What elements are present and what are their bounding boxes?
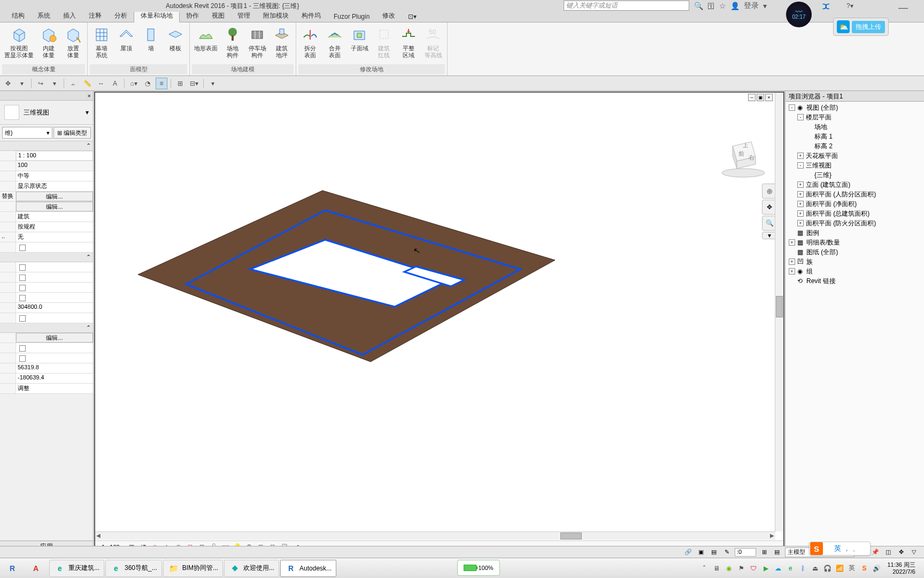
ribbon-button[interactable]: 合并 表面 xyxy=(323,24,346,64)
property-value[interactable]: 编辑... xyxy=(16,192,93,201)
tree-item[interactable]: +天花板平面 xyxy=(787,151,923,161)
property-value[interactable] xyxy=(16,353,93,363)
property-value[interactable]: 1 : 100 xyxy=(16,151,93,161)
chevron-down-icon[interactable]: ▾ xyxy=(86,109,89,116)
clock[interactable]: 11:36 周三 2022/7/6 xyxy=(884,561,919,575)
tree-toggle-icon[interactable]: + xyxy=(789,258,795,265)
tree-item[interactable]: {三维} xyxy=(787,170,923,180)
property-value[interactable]: 无 xyxy=(16,232,93,242)
tree-toggle-icon[interactable]: + xyxy=(797,210,804,217)
checkbox[interactable] xyxy=(19,295,26,301)
tree-item[interactable]: +面积平面 (总建筑面积) xyxy=(787,209,923,218)
property-value[interactable]: 建筑 xyxy=(16,212,93,222)
monitor-icon[interactable]: 🖥 xyxy=(712,564,721,573)
horizontal-scrollbar[interactable]: ◀ ▶ xyxy=(95,531,775,540)
tree-item[interactable]: +凹族 xyxy=(787,257,923,267)
up-icon[interactable]: ˄ xyxy=(699,564,709,573)
text-icon[interactable]: A xyxy=(109,78,121,89)
editable-icon[interactable]: ✎ xyxy=(722,547,732,557)
user-icon[interactable]: 👤 xyxy=(730,2,740,10)
taskbar-app[interactable]: 📁BIM协同管... xyxy=(163,560,223,577)
modify-icon[interactable]: ✥ xyxy=(2,78,14,89)
properties-close-button[interactable]: × xyxy=(0,91,93,101)
drag-icon[interactable]: ✥ xyxy=(896,547,906,557)
flag-icon[interactable]: ⚑ xyxy=(736,564,746,573)
select-icon[interactable]: ▣ xyxy=(696,547,706,557)
selection-count[interactable]: :0 xyxy=(735,548,756,557)
property-value[interactable]: 中等 xyxy=(16,171,93,181)
timer-badge[interactable]: 〰 02:17 xyxy=(786,2,812,27)
tree-item[interactable]: ⟲Revit 链接 xyxy=(787,276,923,286)
tree-item[interactable]: +面积平面 (人防分区面积) xyxy=(787,189,923,199)
usb-icon[interactable]: ⏏ xyxy=(810,564,820,573)
tree-item[interactable]: +面积平面 (防火分区面积) xyxy=(787,218,923,228)
checkbox[interactable] xyxy=(19,275,26,281)
checkbox[interactable] xyxy=(19,345,26,352)
login-button[interactable]: 登录 xyxy=(744,1,759,11)
dropdown-icon[interactable]: ▾ xyxy=(16,78,28,89)
dropdown-icon[interactable]: ▾ xyxy=(49,78,60,89)
tree-item[interactable]: -三维视图 xyxy=(787,161,923,170)
family-dropdown[interactable]: 维}▾ xyxy=(2,127,52,139)
tree-toggle-icon[interactable]: - xyxy=(797,114,804,120)
help-icon[interactable]: ?▾ xyxy=(846,2,853,10)
tree-item[interactable]: +立面 (建筑立面) xyxy=(787,180,923,189)
checkbox[interactable] xyxy=(19,264,26,271)
tree-toggle-icon[interactable]: + xyxy=(789,239,795,246)
play-icon[interactable]: ▶ xyxy=(761,564,771,573)
tree-toggle-icon[interactable]: - xyxy=(797,162,804,169)
taskbar-app[interactable]: e重庆建筑... xyxy=(49,560,104,577)
minimize-button[interactable]: — xyxy=(898,2,908,13)
property-value[interactable] xyxy=(16,242,93,252)
section-toggle[interactable]: ⌃ xyxy=(0,141,93,151)
sogou-s-icon[interactable]: S xyxy=(859,564,869,573)
tree-toggle-icon[interactable]: + xyxy=(797,201,804,207)
tree-toggle-icon[interactable]: + xyxy=(797,153,804,159)
taskbar-app[interactable]: RAutodesk... xyxy=(280,560,336,577)
tree-item[interactable]: ▦图纸 (全部) xyxy=(787,247,923,257)
default3d-icon[interactable]: ⌂▾ xyxy=(128,78,140,89)
ribbon-button[interactable]: 放置 体量 xyxy=(61,24,85,64)
property-value[interactable]: 56319.8 xyxy=(16,363,93,373)
link-icon[interactable]: 🔗 xyxy=(683,547,693,557)
tree-item[interactable]: -◉视图 (全部) xyxy=(787,103,923,112)
tree-item[interactable]: +◉组 xyxy=(787,267,923,276)
tree-toggle-icon[interactable]: + xyxy=(789,268,795,275)
scroll-left-icon[interactable]: ◀ xyxy=(96,533,101,538)
tree-toggle-icon[interactable]: + xyxy=(797,191,804,197)
ribbon-button[interactable]: 平整 区域 xyxy=(397,24,420,64)
binoculars-icon[interactable]: 🔍 xyxy=(694,2,703,10)
tree-item[interactable]: ▦图例 xyxy=(787,228,923,238)
checkbox[interactable] xyxy=(19,315,26,322)
section-toggle[interactable]: ⌃ xyxy=(0,323,93,333)
volume-icon[interactable]: 🔊 xyxy=(872,564,881,573)
ribbon-tab[interactable]: Fuzor Plugin xyxy=(327,11,376,22)
tree-toggle-icon[interactable]: + xyxy=(797,181,804,188)
cloud-icon[interactable]: ☁ xyxy=(773,564,783,573)
checkbox[interactable] xyxy=(19,245,26,251)
taskbar-app[interactable]: ❖欢迎使用... xyxy=(224,560,279,577)
section-icon[interactable]: ◔ xyxy=(142,78,153,89)
close-icon[interactable]: × xyxy=(765,94,773,101)
bluetooth-icon[interactable]: ᛒ xyxy=(798,564,807,573)
close-hidden-icon[interactable]: ⊞ xyxy=(174,78,186,89)
switch-window-icon[interactable]: ⊟▾ xyxy=(188,78,200,89)
ribbon-button[interactable]: 建筑 地坪 xyxy=(270,24,294,64)
property-value[interactable]: 按规程 xyxy=(16,222,93,232)
ime-indicator[interactable]: S 英 ， 、 xyxy=(809,542,871,556)
cloud-upload-button[interactable]: ⛅ 拖拽上传 xyxy=(833,18,889,36)
key-icon[interactable]: ⚿ xyxy=(707,2,715,10)
dimension-icon[interactable]: ↔ xyxy=(95,78,107,89)
tree-item[interactable]: 标高 2 xyxy=(787,141,923,151)
tree-item[interactable]: +面积平面 (净面积) xyxy=(787,199,923,209)
ribbon-button[interactable]: 子面域 xyxy=(348,24,371,64)
tree-item[interactable]: -楼层平面 xyxy=(787,112,923,122)
wifi-icon[interactable]: 📶 xyxy=(835,564,844,573)
thinlines-icon[interactable]: ≡ xyxy=(156,78,167,89)
globe-icon[interactable]: e xyxy=(786,564,795,573)
3d-viewport[interactable]: – ▣ × ↖ 前 右 上 xyxy=(94,92,784,552)
tree-toggle-icon[interactable]: - xyxy=(789,104,795,111)
exchange-icon[interactable]: ⵋ xyxy=(822,2,829,11)
section-toggle[interactable]: ⌃ xyxy=(0,253,93,262)
star-icon[interactable]: ☆ xyxy=(719,2,726,10)
